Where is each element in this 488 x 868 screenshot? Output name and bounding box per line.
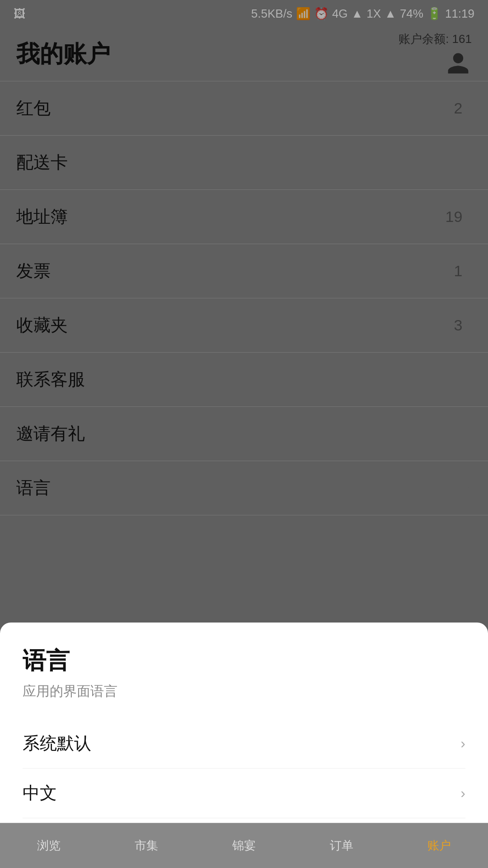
option-label-system: 系统默认 <box>23 732 91 755</box>
nav-label-feast: 锦宴 <box>232 838 256 854</box>
nav-label-market: 市集 <box>135 838 158 854</box>
bottom-nav: 浏览 市集 锦宴 订单 账户 <box>0 823 488 868</box>
nav-item-orders[interactable]: 订单 <box>293 823 390 868</box>
dialog-option-chinese[interactable]: 中文 › <box>23 769 465 818</box>
nav-label-account: 账户 <box>427 838 451 854</box>
option-label-chinese: 中文 <box>23 782 57 805</box>
dialog-option-system-default[interactable]: 系统默认 › <box>23 719 465 769</box>
option-chevron-chinese: › <box>460 785 465 802</box>
dialog-title: 语言 <box>23 645 465 677</box>
nav-item-market[interactable]: 市集 <box>98 823 195 868</box>
dialog-subtitle: 应用的界面语言 <box>23 682 465 701</box>
nav-label-browse: 浏览 <box>37 838 61 854</box>
nav-item-feast[interactable]: 锦宴 <box>195 823 293 868</box>
nav-label-orders: 订单 <box>330 838 353 854</box>
dialog-overlay[interactable]: 语言 应用的界面语言 系统默认 › 中文 › English › <box>0 0 488 868</box>
nav-item-browse[interactable]: 浏览 <box>0 823 98 868</box>
nav-item-account[interactable]: 账户 <box>390 823 488 868</box>
option-chevron-system: › <box>460 735 465 752</box>
